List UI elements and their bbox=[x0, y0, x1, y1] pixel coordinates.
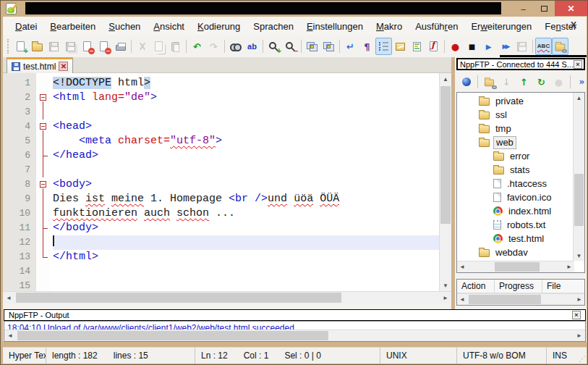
paste-button[interactable] bbox=[167, 38, 184, 55]
macro-record-button[interactable]: ● bbox=[447, 38, 464, 55]
indent-guide-button[interactable] bbox=[375, 38, 392, 55]
close-all-button[interactable]: – bbox=[95, 38, 112, 55]
resize-grip[interactable]: ⋰ bbox=[579, 348, 587, 364]
menu-item-suchen[interactable]: Suchen bbox=[102, 18, 147, 35]
title-bar[interactable]: – ✕ bbox=[1, 1, 587, 17]
output-close-icon[interactable]: × bbox=[572, 311, 581, 319]
scrollbar-thumb[interactable] bbox=[469, 295, 541, 304]
tree-item-favicon-ico[interactable]: favicon.ico bbox=[457, 190, 573, 204]
code-line[interactable]: <meta charset="utf-8"> bbox=[53, 134, 451, 148]
editor[interactable]: 123456789101112131415 <!DOCTYPE html><ht… bbox=[3, 73, 451, 303]
code-line[interactable]: <html lang="de"> bbox=[53, 91, 451, 105]
fold-mark-cell[interactable] bbox=[36, 177, 50, 192]
code-line[interactable] bbox=[53, 235, 451, 250]
scrollbar-thumb[interactable] bbox=[16, 293, 341, 303]
code-line[interactable]: funktionieren auch schon ... bbox=[53, 206, 451, 221]
editor-vertical-scrollbar[interactable]: ▲ ▼ bbox=[439, 73, 451, 291]
function-list-button[interactable]: ƒ bbox=[425, 38, 442, 55]
output-log[interactable]: 18:04:10 Upload of /var/www/clients/clie… bbox=[4, 321, 586, 342]
scroll-left-icon[interactable]: ◄ bbox=[457, 294, 467, 305]
copy-button[interactable] bbox=[150, 38, 167, 55]
zoom-out-button[interactable]: – bbox=[282, 38, 299, 55]
fold-mark-cell[interactable] bbox=[36, 91, 50, 105]
code-line[interactable] bbox=[53, 264, 451, 279]
macro-stop-button[interactable]: ■ bbox=[464, 38, 480, 55]
tree-item-webdav[interactable]: webdav bbox=[457, 246, 573, 259]
status-eol-format[interactable]: UNIX bbox=[380, 348, 457, 364]
doc-map-button[interactable] bbox=[409, 38, 425, 55]
menu-item-ansicht[interactable]: Ansicht bbox=[147, 18, 191, 35]
scroll-right-icon[interactable]: ► bbox=[574, 294, 584, 305]
tree-item-robots-txt[interactable]: robots.txt bbox=[457, 218, 573, 232]
menu-item-bearbeiten[interactable]: Bearbeiten bbox=[43, 18, 102, 35]
toolbar-grip[interactable] bbox=[7, 39, 9, 54]
sync-v-button[interactable] bbox=[304, 38, 320, 55]
code-line[interactable] bbox=[53, 163, 451, 177]
menu-item-erweiterungen[interactable]: Erweiterungen bbox=[464, 18, 538, 35]
save-all-button[interactable] bbox=[62, 38, 79, 55]
maximize-button[interactable] bbox=[534, 1, 555, 16]
abort-button[interactable]: ● bbox=[550, 73, 567, 91]
menubar-close-button[interactable]: X bbox=[571, 20, 576, 30]
tree-item-private[interactable]: private bbox=[457, 94, 573, 108]
scroll-right-icon[interactable]: ► bbox=[574, 330, 585, 341]
code-line[interactable]: <head> bbox=[53, 119, 451, 134]
code-area[interactable]: <!DOCTYPE html><html lang="de"><head> <m… bbox=[50, 73, 451, 303]
tree-item-ssl[interactable]: ssl bbox=[457, 108, 573, 122]
replace-button[interactable]: ab bbox=[244, 38, 260, 55]
tree-item-error[interactable]: error bbox=[457, 149, 573, 163]
close-button[interactable]: – bbox=[79, 38, 95, 55]
redo-button[interactable]: ↷ bbox=[205, 38, 222, 55]
macro-play-button[interactable]: ▶ bbox=[480, 38, 497, 55]
scrollbar-thumb[interactable] bbox=[17, 331, 328, 340]
scroll-down-icon[interactable]: ▼ bbox=[440, 280, 451, 291]
code-line[interactable]: Dies ist meine 1. Homepage <br />und üöä… bbox=[53, 192, 451, 206]
code-line[interactable] bbox=[53, 105, 451, 119]
download-button[interactable]: ↓ bbox=[498, 73, 515, 91]
menu-item-kodierung[interactable]: Kodierung bbox=[191, 18, 247, 35]
scroll-up-icon[interactable]: ▲ bbox=[440, 73, 451, 85]
scrollbar-thumb[interactable] bbox=[574, 174, 584, 226]
word-wrap-button[interactable]: ↵ bbox=[342, 38, 359, 55]
nppftp-toggle-button[interactable] bbox=[552, 38, 568, 55]
scroll-right-icon[interactable]: ► bbox=[564, 261, 574, 272]
menu-item-einstellungen[interactable]: Einstellungen bbox=[300, 18, 370, 35]
panel-close-icon[interactable]: × bbox=[574, 60, 582, 69]
tab-test-html[interactable]: test.html ✕ bbox=[7, 57, 73, 73]
macro-play-multi-button[interactable]: ▶▶ bbox=[497, 38, 514, 55]
scrollbar-thumb[interactable] bbox=[440, 86, 451, 224]
folder-link-button[interactable] bbox=[481, 73, 498, 91]
tree-item-test-html[interactable]: test.html bbox=[457, 232, 573, 246]
macro-save-button[interactable] bbox=[514, 38, 530, 55]
code-line[interactable]: <body> bbox=[53, 177, 451, 192]
column-header-file[interactable]: File bbox=[542, 280, 584, 293]
sync-h-button[interactable] bbox=[320, 38, 337, 55]
show-all-chars-button[interactable]: ¶ bbox=[359, 38, 375, 55]
scroll-up-icon[interactable]: ▲ bbox=[574, 93, 584, 103]
cut-button[interactable] bbox=[134, 38, 150, 55]
fold-mark-cell[interactable] bbox=[36, 119, 50, 134]
user-lang-button[interactable] bbox=[392, 38, 409, 55]
scroll-left-icon[interactable]: ◄ bbox=[457, 261, 467, 272]
code-line[interactable]: </head> bbox=[53, 148, 451, 163]
undo-button[interactable]: ↶ bbox=[189, 38, 205, 55]
print-button[interactable] bbox=[112, 38, 129, 55]
output-panel-title[interactable]: NppFTP - Output × bbox=[4, 309, 586, 321]
scroll-down-icon[interactable]: ▼ bbox=[574, 251, 584, 261]
connect-button[interactable] bbox=[458, 73, 474, 91]
code-line[interactable]: </html> bbox=[53, 250, 451, 264]
scrollbar-thumb[interactable] bbox=[495, 262, 540, 272]
find-button[interactable] bbox=[227, 38, 244, 55]
tree-item-web[interactable]: web bbox=[457, 135, 573, 149]
editor-horizontal-scrollbar[interactable]: ◄ ► bbox=[3, 291, 451, 303]
tree-vertical-scrollbar[interactable]: ▲ ▼ bbox=[573, 93, 584, 261]
spell-check-button[interactable]: ABC bbox=[535, 38, 552, 55]
tab-close-icon[interactable]: ✕ bbox=[59, 62, 68, 71]
minimize-button[interactable]: – bbox=[513, 1, 534, 16]
close-button[interactable]: ✕ bbox=[555, 1, 587, 16]
scroll-right-icon[interactable]: ► bbox=[440, 292, 451, 303]
menu-item-sprachen[interactable]: Sprachen bbox=[247, 18, 300, 35]
code-line[interactable]: <!DOCTYPE html> bbox=[53, 76, 451, 91]
code-line[interactable]: </body> bbox=[53, 221, 451, 235]
tree-item-stats[interactable]: stats bbox=[457, 163, 573, 177]
